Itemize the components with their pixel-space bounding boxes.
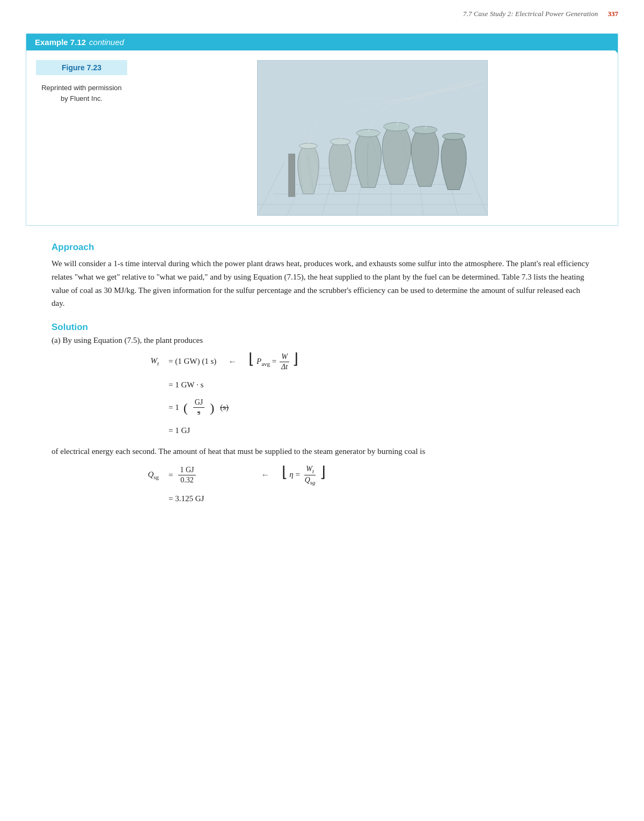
eq5-br-fraction: Wt Qsg xyxy=(303,465,317,486)
eq1-t: t xyxy=(157,360,159,366)
eq3-left-paren: ( xyxy=(184,401,188,414)
eq1-right-bracket: ⌋ xyxy=(292,350,298,367)
eq5-sg: sg xyxy=(153,474,159,480)
page-header: 7.7 Case Study 2: Electrical Power Gener… xyxy=(0,0,644,24)
svg-point-18 xyxy=(384,122,409,131)
of-electrical-text: of electrical energy each second. The am… xyxy=(52,445,592,458)
eq1-fraction: W Δt xyxy=(280,353,289,371)
eq1-lhs: Wt xyxy=(94,356,159,366)
svg-point-17 xyxy=(356,129,380,137)
eq1-bracket-content: Pavg = W Δt xyxy=(257,357,292,365)
eq4-value: = 1 GJ xyxy=(169,426,190,435)
equation-row-3: = 1 ( GJ s ) (s) xyxy=(94,398,229,417)
solution-heading: Solution xyxy=(52,322,592,333)
eq5-rhs: = 1 GJ 0.32 xyxy=(169,466,197,485)
corner-triangle-decoration xyxy=(598,34,618,53)
cooling-tower-image xyxy=(257,60,488,216)
figure-label: Figure 7.23 xyxy=(36,60,127,75)
page-number: 337 xyxy=(608,10,619,18)
page-content: Example 7.12 continued Figure 7.23 Repri… xyxy=(0,24,644,539)
tower3 xyxy=(355,129,381,187)
figure-caption: Reprinted with permission by Fluent Inc. xyxy=(41,83,122,104)
eq1-frac-den: Δt xyxy=(280,362,289,371)
example-box: Example 7.12 continued Figure 7.23 Repri… xyxy=(26,33,618,226)
eq6-rhs: = 3.125 GJ xyxy=(169,494,204,503)
equation-block-1: Wt = (1 GW) (1 s) ← ⌊ Pavg = W Δt xyxy=(94,351,592,438)
svg-point-16 xyxy=(330,138,350,145)
equation-row-2: = 1 GW · s xyxy=(94,377,203,393)
eq3-rhs: = 1 ( GJ s ) (s) xyxy=(169,398,229,417)
figure-label-column: Figure 7.23 Reprinted with permission by… xyxy=(36,60,127,216)
equation-block-2: Qsg = 1 GJ 0.32 ← ⌊ η = xyxy=(94,465,592,507)
eq5-equals: = xyxy=(169,471,173,480)
eq5-lhs: Qsg xyxy=(94,470,159,480)
eq5-bracket-container: ⌊ η = Wt Qsg ⌋ xyxy=(282,465,326,486)
main-content: Approach We will consider a 1-s time int… xyxy=(26,242,618,507)
example-label: Example 7.12 xyxy=(35,38,86,47)
example-continued: continued xyxy=(89,38,124,47)
figure-image-column xyxy=(137,60,608,216)
eq1-br-eq: = xyxy=(272,357,279,365)
eq3-fraction: GJ s xyxy=(193,398,205,417)
eq5-br-W: Wt xyxy=(304,465,316,475)
eq3-right-paren: ) xyxy=(210,401,214,414)
cooling-tower-svg xyxy=(258,60,487,216)
eq3-struck-s: (s) xyxy=(220,403,229,412)
example-header: Example 7.12 continued xyxy=(26,34,618,50)
eq2-value: = 1 GW · s xyxy=(169,380,203,390)
equation-row-4: = 1 GJ xyxy=(94,422,190,438)
eq5-right-bracket: ⌋ xyxy=(320,464,326,480)
chapter-title: 7.7 Case Study 2: Electrical Power Gener… xyxy=(463,10,598,18)
svg-rect-21 xyxy=(289,154,295,197)
eq4-rhs: = 1 GJ xyxy=(169,426,190,435)
eq1-P: P xyxy=(257,357,261,365)
equation-row-1: Wt = (1 GW) (1 s) ← ⌊ Pavg = W Δt xyxy=(94,351,298,371)
eq3-equals: = 1 xyxy=(169,403,179,412)
eq2-rhs: = 1 GW · s xyxy=(169,380,203,390)
equation-row-5: Qsg = 1 GJ 0.32 ← ⌊ η = xyxy=(94,465,326,486)
approach-heading: Approach xyxy=(52,242,592,253)
eq1-W: W xyxy=(150,356,157,365)
eq5-arrow: ← xyxy=(261,470,270,480)
svg-point-19 xyxy=(413,126,437,134)
eq5-frac-den: 0.32 xyxy=(179,475,195,485)
eq5-eta: η xyxy=(289,470,293,479)
eq1-frac-num: W xyxy=(280,353,289,362)
tower1 xyxy=(298,143,319,194)
svg-point-20 xyxy=(442,133,465,140)
solution-part-a-intro: (a) By using Equation (7.5), the plant p… xyxy=(52,336,592,345)
eq1-left-bracket: ⌊ xyxy=(248,350,254,367)
eq5-br-eq: = xyxy=(295,470,302,479)
equation-row-6: = 3.125 GJ xyxy=(94,491,204,507)
eq5-br-Q: Qsg xyxy=(303,475,317,486)
eq5-left-bracket: ⌊ xyxy=(282,464,288,480)
eq1-rhs: = (1 GW) (1 s) xyxy=(169,357,216,366)
eq5-bracket-content: η = Wt Qsg xyxy=(289,470,320,479)
eq1-avg: avg xyxy=(261,361,270,367)
eq1-arrow: ← xyxy=(228,357,237,366)
eq5-frac-num: 1 GJ xyxy=(178,466,195,475)
eq5-fraction: 1 GJ 0.32 xyxy=(178,466,195,485)
approach-text: We will consider a 1-s time interval dur… xyxy=(52,257,592,310)
eq1-equals: = (1 GW) (1 s) xyxy=(169,357,216,366)
eq6-value: = 3.125 GJ xyxy=(169,494,204,503)
eq3-frac-den: s xyxy=(196,408,202,417)
eq5-Q: Q xyxy=(148,470,153,479)
tower2 xyxy=(329,138,352,192)
eq1-bracket-container: ⌊ Pavg = W Δt ⌋ xyxy=(248,351,298,371)
eq3-frac-num: GJ xyxy=(193,398,205,408)
example-body: Figure 7.23 Reprinted with permission by… xyxy=(26,50,618,225)
